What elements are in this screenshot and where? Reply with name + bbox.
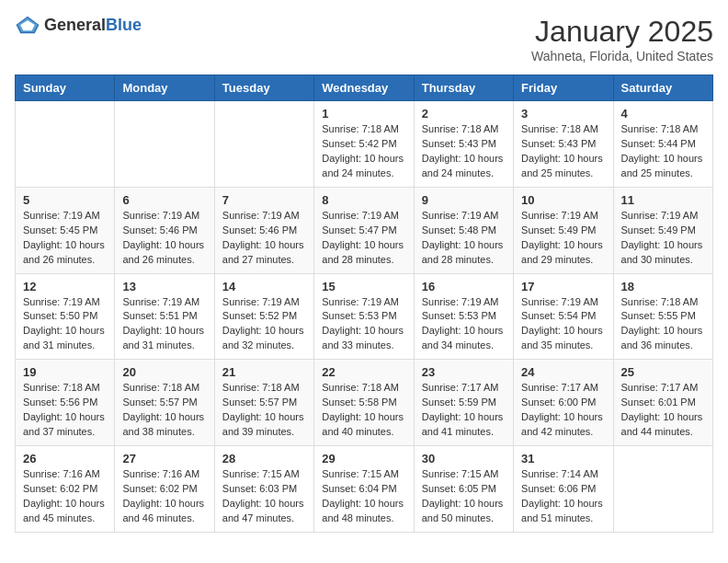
calendar-cell: 3Sunrise: 7:18 AMSunset: 5:43 PMDaylight… xyxy=(514,101,613,188)
day-number: 24 xyxy=(521,365,605,379)
calendar-cell: 27Sunrise: 7:16 AMSunset: 6:02 PMDayligh… xyxy=(115,446,214,533)
day-number: 25 xyxy=(621,365,705,379)
calendar-cell: 21Sunrise: 7:18 AMSunset: 5:57 PMDayligh… xyxy=(214,360,313,446)
day-info: Sunrise: 7:19 AMSunset: 5:47 PMDaylight:… xyxy=(322,209,405,268)
calendar-cell: 24Sunrise: 7:17 AMSunset: 6:00 PMDayligh… xyxy=(514,360,613,446)
day-number: 4 xyxy=(621,107,705,121)
location: Wahneta, Florida, United States xyxy=(531,49,713,63)
day-info: Sunrise: 7:19 AMSunset: 5:45 PMDaylight:… xyxy=(23,209,107,268)
day-info: Sunrise: 7:19 AMSunset: 5:52 PMDaylight:… xyxy=(222,295,306,354)
day-info: Sunrise: 7:18 AMSunset: 5:42 PMDaylight:… xyxy=(322,122,405,181)
day-info: Sunrise: 7:16 AMSunset: 6:02 PMDaylight:… xyxy=(23,467,107,526)
day-info: Sunrise: 7:19 AMSunset: 5:53 PMDaylight:… xyxy=(322,295,405,354)
day-number: 27 xyxy=(122,452,206,465)
day-number: 31 xyxy=(521,452,605,465)
calendar-cell: 1Sunrise: 7:18 AMSunset: 5:42 PMDaylight… xyxy=(314,101,414,188)
day-info: Sunrise: 7:19 AMSunset: 5:46 PMDaylight:… xyxy=(222,209,306,268)
day-info: Sunrise: 7:19 AMSunset: 5:50 PMDaylight:… xyxy=(23,295,107,354)
calendar-cell: 22Sunrise: 7:18 AMSunset: 5:58 PMDayligh… xyxy=(314,360,414,446)
day-info: Sunrise: 7:19 AMSunset: 5:48 PMDaylight:… xyxy=(422,209,506,268)
day-number: 7 xyxy=(222,193,306,207)
day-info: Sunrise: 7:18 AMSunset: 5:57 PMDaylight:… xyxy=(222,381,306,440)
calendar-cell: 13Sunrise: 7:19 AMSunset: 5:51 PMDayligh… xyxy=(115,273,214,360)
day-number: 16 xyxy=(422,280,506,293)
day-number: 18 xyxy=(621,280,705,293)
calendar-cell: 11Sunrise: 7:19 AMSunset: 5:49 PMDayligh… xyxy=(613,187,712,273)
day-info: Sunrise: 7:18 AMSunset: 5:56 PMDaylight:… xyxy=(23,381,107,440)
day-info: Sunrise: 7:18 AMSunset: 5:44 PMDaylight:… xyxy=(621,122,705,181)
day-number: 14 xyxy=(222,280,306,293)
calendar-table: SundayMondayTuesdayWednesdayThursdayFrid… xyxy=(15,75,713,533)
weekday-header: Friday xyxy=(514,75,613,101)
weekday-header: Sunday xyxy=(16,75,115,101)
month-title: January 2025 xyxy=(531,15,713,49)
day-number: 15 xyxy=(322,280,405,293)
day-info: Sunrise: 7:19 AMSunset: 5:51 PMDaylight:… xyxy=(122,295,206,354)
day-info: Sunrise: 7:15 AMSunset: 6:03 PMDaylight:… xyxy=(222,467,306,526)
page-header: GeneralBlue January 2025 Wahneta, Florid… xyxy=(15,15,713,63)
calendar-cell: 12Sunrise: 7:19 AMSunset: 5:50 PMDayligh… xyxy=(16,273,115,360)
calendar-week-row: 12Sunrise: 7:19 AMSunset: 5:50 PMDayligh… xyxy=(16,273,713,360)
calendar-cell xyxy=(613,446,712,533)
calendar-cell: 9Sunrise: 7:19 AMSunset: 5:48 PMDaylight… xyxy=(414,187,513,273)
day-info: Sunrise: 7:18 AMSunset: 5:43 PMDaylight:… xyxy=(422,122,506,181)
calendar-cell: 16Sunrise: 7:19 AMSunset: 5:53 PMDayligh… xyxy=(414,273,513,360)
calendar-week-row: 5Sunrise: 7:19 AMSunset: 5:45 PMDaylight… xyxy=(16,187,713,273)
calendar-cell: 23Sunrise: 7:17 AMSunset: 5:59 PMDayligh… xyxy=(414,360,513,446)
calendar-cell: 20Sunrise: 7:18 AMSunset: 5:57 PMDayligh… xyxy=(115,360,214,446)
weekday-header: Saturday xyxy=(613,75,712,101)
day-number: 21 xyxy=(222,365,306,379)
calendar-cell: 6Sunrise: 7:19 AMSunset: 5:46 PMDaylight… xyxy=(115,187,214,273)
day-info: Sunrise: 7:17 AMSunset: 6:01 PMDaylight:… xyxy=(621,381,705,440)
day-info: Sunrise: 7:19 AMSunset: 5:54 PMDaylight:… xyxy=(521,295,605,354)
calendar-cell: 7Sunrise: 7:19 AMSunset: 5:46 PMDaylight… xyxy=(214,187,313,273)
logo-text-blue: Blue xyxy=(106,16,142,34)
calendar-cell: 19Sunrise: 7:18 AMSunset: 5:56 PMDayligh… xyxy=(16,360,115,446)
calendar-cell xyxy=(115,101,214,188)
day-number: 3 xyxy=(521,107,605,121)
day-number: 12 xyxy=(23,280,107,293)
logo-text-general: General xyxy=(44,16,106,34)
day-info: Sunrise: 7:15 AMSunset: 6:04 PMDaylight:… xyxy=(322,467,405,526)
calendar-cell: 2Sunrise: 7:18 AMSunset: 5:43 PMDaylight… xyxy=(414,101,513,188)
calendar-cell: 8Sunrise: 7:19 AMSunset: 5:47 PMDaylight… xyxy=(314,187,414,273)
day-number: 19 xyxy=(23,365,107,379)
day-info: Sunrise: 7:18 AMSunset: 5:55 PMDaylight:… xyxy=(621,295,705,354)
day-number: 6 xyxy=(122,193,206,207)
day-number: 13 xyxy=(122,280,206,293)
day-number: 2 xyxy=(422,107,506,121)
day-number: 30 xyxy=(422,452,506,465)
day-number: 28 xyxy=(222,452,306,465)
calendar-week-row: 1Sunrise: 7:18 AMSunset: 5:42 PMDaylight… xyxy=(16,101,713,188)
calendar-week-row: 26Sunrise: 7:16 AMSunset: 6:02 PMDayligh… xyxy=(16,446,713,533)
day-number: 10 xyxy=(521,193,605,207)
calendar-header-row: SundayMondayTuesdayWednesdayThursdayFrid… xyxy=(16,75,713,101)
calendar-cell: 31Sunrise: 7:14 AMSunset: 6:06 PMDayligh… xyxy=(514,446,613,533)
calendar-cell: 26Sunrise: 7:16 AMSunset: 6:02 PMDayligh… xyxy=(16,446,115,533)
calendar-cell: 30Sunrise: 7:15 AMSunset: 6:05 PMDayligh… xyxy=(414,446,513,533)
day-number: 8 xyxy=(322,193,405,207)
logo-icon xyxy=(15,15,40,35)
day-info: Sunrise: 7:19 AMSunset: 5:49 PMDaylight:… xyxy=(521,209,605,268)
weekday-header: Tuesday xyxy=(214,75,313,101)
day-number: 5 xyxy=(23,193,107,207)
logo: GeneralBlue xyxy=(15,15,142,35)
calendar-cell: 14Sunrise: 7:19 AMSunset: 5:52 PMDayligh… xyxy=(214,273,313,360)
calendar-cell: 10Sunrise: 7:19 AMSunset: 5:49 PMDayligh… xyxy=(514,187,613,273)
day-info: Sunrise: 7:14 AMSunset: 6:06 PMDaylight:… xyxy=(521,467,605,526)
calendar-cell xyxy=(214,101,313,188)
weekday-header: Wednesday xyxy=(314,75,414,101)
day-number: 9 xyxy=(422,193,506,207)
day-info: Sunrise: 7:18 AMSunset: 5:57 PMDaylight:… xyxy=(122,381,206,440)
day-info: Sunrise: 7:19 AMSunset: 5:49 PMDaylight:… xyxy=(621,209,705,268)
day-info: Sunrise: 7:18 AMSunset: 5:58 PMDaylight:… xyxy=(322,381,405,440)
calendar-cell: 25Sunrise: 7:17 AMSunset: 6:01 PMDayligh… xyxy=(613,360,712,446)
day-number: 23 xyxy=(422,365,506,379)
calendar-cell: 15Sunrise: 7:19 AMSunset: 5:53 PMDayligh… xyxy=(314,273,414,360)
day-number: 22 xyxy=(322,365,405,379)
day-info: Sunrise: 7:17 AMSunset: 5:59 PMDaylight:… xyxy=(422,381,506,440)
calendar-cell: 29Sunrise: 7:15 AMSunset: 6:04 PMDayligh… xyxy=(314,446,414,533)
day-number: 26 xyxy=(23,452,107,465)
day-info: Sunrise: 7:16 AMSunset: 6:02 PMDaylight:… xyxy=(122,467,206,526)
calendar-cell xyxy=(16,101,115,188)
